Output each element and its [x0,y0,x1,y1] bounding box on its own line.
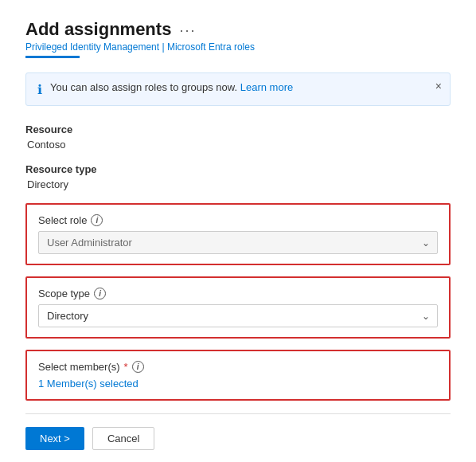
title-row: Add assignments ··· [25,19,451,40]
info-banner: ℹ You can also assign roles to groups no… [25,72,451,106]
scope-type-label: Scope type [38,288,90,300]
select-members-label-row: Select member(s) * i [38,361,438,373]
resource-type-label: Resource type [25,163,451,175]
breadcrumb: Privileged Identity Management | Microso… [25,41,451,53]
resource-type-value: Directory [25,178,451,190]
resource-value: Contoso [25,139,451,151]
info-banner-text: You can also assign roles to groups now.… [50,81,439,93]
select-role-tooltip-icon[interactable]: i [91,214,103,226]
info-icon: ℹ [37,82,42,97]
next-button[interactable]: Next > [25,427,84,450]
required-star: * [124,361,128,373]
ellipsis-menu-button[interactable]: ··· [179,22,196,39]
resource-group: Resource Contoso [25,123,451,151]
title-underline [25,56,80,58]
scope-type-section: Scope type i Directory Administrative un… [25,276,451,339]
resource-label: Resource [25,123,451,135]
scope-type-tooltip-icon[interactable]: i [94,288,106,300]
close-banner-button[interactable]: × [435,80,442,92]
scope-type-wrapper: Directory Administrative unit Custom ⌄ [38,304,438,327]
page-container: Add assignments ··· Privileged Identity … [0,0,476,462]
page-title: Add assignments [25,19,171,40]
select-role-label-row: Select role i [38,214,438,226]
cancel-button[interactable]: Cancel [92,427,154,450]
scope-type-label-row: Scope type i [38,288,438,300]
select-role-label: Select role [38,214,87,226]
resource-type-group: Resource type Directory [25,163,451,190]
select-role-dropdown[interactable]: User Administrator [38,231,438,254]
select-role-section: Select role i User Administrator ⌄ [25,203,451,265]
learn-more-link[interactable]: Learn more [240,81,293,93]
select-role-wrapper: User Administrator ⌄ [38,231,438,254]
select-members-section: Select member(s) * i 1 Member(s) selecte… [25,350,451,401]
scope-type-dropdown[interactable]: Directory Administrative unit Custom [38,304,438,327]
select-members-label: Select member(s) [38,361,120,373]
footer-buttons: Next > Cancel [25,427,451,450]
select-members-tooltip-icon[interactable]: i [132,361,144,373]
members-selected-link[interactable]: 1 Member(s) selected [38,378,438,390]
footer-divider [25,413,451,414]
info-banner-message: You can also assign roles to groups now. [50,81,237,93]
